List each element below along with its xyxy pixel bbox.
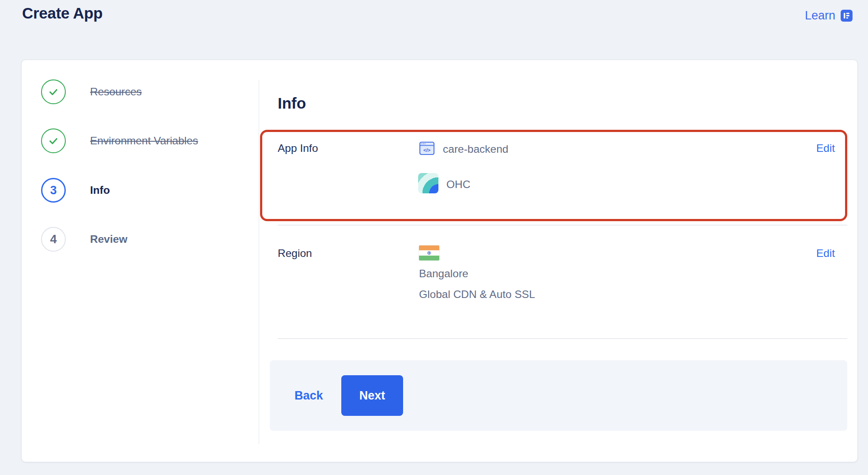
- step-info[interactable]: 3 Info: [41, 178, 110, 203]
- step-label: Environment Variables: [90, 135, 198, 147]
- wizard-footer: Back Next: [270, 360, 847, 431]
- step-number-badge: 4: [41, 227, 66, 252]
- region-label: Region: [278, 247, 312, 260]
- info-step-content: Info App Info </> care-backend OHC Edit …: [270, 60, 847, 463]
- annotation-highlight-box: [260, 130, 847, 221]
- section-divider: [278, 225, 847, 226]
- content-heading: Info: [278, 94, 306, 112]
- svg-text:</>: </>: [423, 147, 430, 153]
- app-info-label: App Info: [278, 142, 318, 155]
- step-resources[interactable]: Resources: [41, 79, 142, 104]
- step-label: Info: [90, 184, 110, 196]
- check-icon: [41, 128, 66, 153]
- docs-icon: [840, 9, 853, 22]
- sidebar-divider: [259, 80, 259, 444]
- section-divider: [278, 338, 847, 339]
- step-number-badge: 3: [41, 178, 66, 203]
- code-window-icon: </>: [419, 140, 435, 156]
- step-label: Review: [90, 233, 127, 245]
- step-label: Resources: [90, 86, 142, 98]
- wizard-card: Resources Environment Variables 3 Info: [21, 60, 858, 462]
- team-name: OHC: [446, 178, 470, 191]
- back-button[interactable]: Back: [292, 360, 326, 431]
- app-name: care-backend: [443, 143, 508, 155]
- learn-link[interactable]: Learn: [805, 9, 853, 23]
- region-city: Bangalore: [419, 268, 468, 280]
- step-review[interactable]: 4 Review: [41, 227, 127, 252]
- ohc-logo: [418, 173, 438, 193]
- step-number: 4: [50, 233, 57, 246]
- page-title: Create App: [22, 4, 102, 22]
- region-features: Global CDN & Auto SSL: [419, 288, 535, 301]
- next-button[interactable]: Next: [341, 375, 403, 416]
- edit-app-info-link[interactable]: Edit: [816, 142, 835, 155]
- step-environment-variables[interactable]: Environment Variables: [41, 128, 198, 153]
- chakra-icon: [427, 251, 431, 255]
- step-number: 3: [50, 184, 57, 197]
- learn-label: Learn: [805, 9, 835, 23]
- india-flag-icon: [419, 245, 439, 260]
- check-icon: [41, 79, 66, 104]
- edit-region-link[interactable]: Edit: [816, 247, 835, 260]
- create-app-page: Create App Learn Resources: [0, 0, 868, 475]
